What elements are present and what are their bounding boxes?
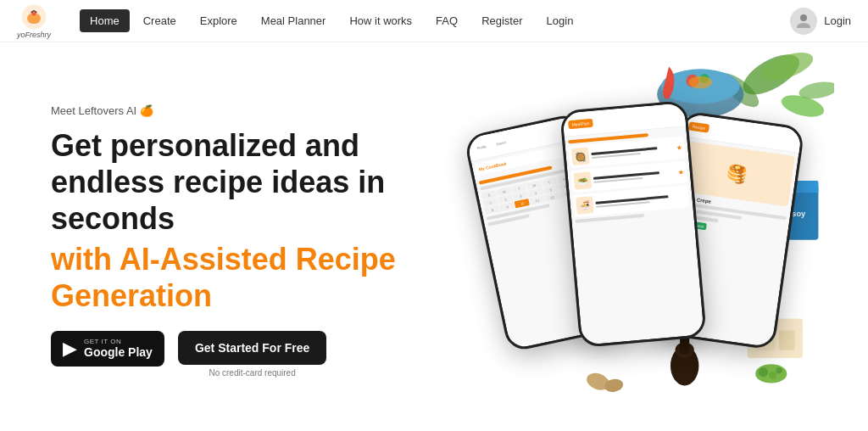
nav-meal-planner[interactable]: Meal Planner [251,9,337,32]
navbar: yoFreshry Home Create Explore Meal Plann… [0,0,868,42]
nav-login-button[interactable]: Login [824,14,851,27]
hero-title-accent: with AI-Assisted Recipe Generation [51,241,458,314]
user-avatar[interactable] [790,8,817,35]
hero-section: Meet Leftovers AI 🍊 Get personalized and… [0,42,868,431]
hero-illustration: soy [458,59,817,423]
svg-point-3 [800,14,807,21]
logo[interactable]: yoFreshry [17,3,51,39]
logo-text: yoFreshry [17,31,51,39]
recipe-img-1: 🥘 [571,147,590,165]
hero-title: Get personalized and endless recipe idea… [51,127,458,238]
cta-sub-text: No credit-card required [209,368,295,378]
nav-links: Home Create Explore Meal Planner How it … [80,9,770,32]
phone-center-tab: MealPlan [568,118,593,128]
recipe-img-3: 🍜 [576,196,594,215]
nav-right: Login [790,8,851,35]
nav-how-it-works[interactable]: How it works [339,9,422,32]
svg-point-2 [32,11,36,15]
phone-left-tab2: Saved [492,137,510,148]
phone-center: MealPlan 🥘 ★ 🥗 [559,100,707,348]
phone-right-tab: Recipe [688,121,709,132]
recipe-star2: ★ [678,168,685,176]
hero-buttons: ▶ GET IT ON Google Play Get Started For … [51,331,458,378]
hero-badge: Meet Leftovers AI 🍊 [51,104,458,117]
phone-left-tab1: Profile [473,142,491,153]
nav-faq[interactable]: FAQ [426,9,468,32]
cta-button[interactable]: Get Started For Free [178,331,326,365]
svg-text:soy: soy [792,210,806,218]
cta-wrapper: Get Started For Free No credit-card requ… [178,331,326,378]
recipe-star: ★ [676,143,682,152]
nav-register[interactable]: Register [471,9,532,32]
nav-home[interactable]: Home [80,9,130,32]
phone-center-content: 🥘 ★ 🥗 [565,126,704,345]
google-play-button[interactable]: ▶ GET IT ON Google Play [51,331,164,367]
google-play-text: GET IT ON Google Play [84,338,153,359]
phones-container: Profile Saved My CookBook S M T W T [485,80,790,402]
nav-create[interactable]: Create [133,9,186,32]
google-play-icon: ▶ [63,338,77,360]
nav-explore[interactable]: Explore [190,9,248,32]
nav-login-link[interactable]: Login [537,9,584,32]
recipe-img-2: 🥗 [573,171,592,190]
hero-content: Meet Leftovers AI 🍊 Get personalized and… [51,104,458,378]
phone-center-screen: MealPlan 🥘 ★ 🥗 [562,103,704,345]
